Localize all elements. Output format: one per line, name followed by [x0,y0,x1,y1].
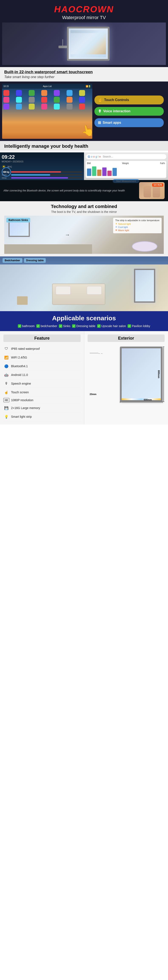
light-strip-bottom [122,398,161,400]
strip-info-title: The strip is adjustable in color tempera… [115,219,160,221]
app-icon[interactable] [67,103,72,110]
tech-subtitle: The boot is the TV, and the shutdown is … [4,210,164,213]
bedroom-section: Bedchamber Dressing table [0,256,168,311]
health-bottom: After connecting the Bluetooth device, t… [0,180,168,201]
cool-sun-icon: ✳ [115,226,117,228]
bedroom-inner [0,264,168,311]
weather-widget: ☀ 25°C [2,164,82,170]
width-dimension-line [120,401,162,403]
memory-text: 2+16G Large memory [11,406,40,410]
app-icon[interactable] [79,103,85,110]
scenario-dressing: ✓ Dressing table [72,325,96,328]
hero-image [2,22,166,65]
checkbox-bedchamber: ✓ [36,325,40,328]
stat-fill-heart [11,171,61,173]
app-icon[interactable] [16,97,22,103]
stat-bar-2: Steps [2,174,82,176]
bedroom-labels: Bedchamber Dressing table [0,256,168,264]
strip-info: The strip is adjustable in color tempera… [113,218,162,233]
height-dimension-line [163,347,164,402]
bedroom-mirror-reflection [135,270,154,301]
cool-light-label: Cool light [118,226,128,228]
check-icon-3: ✓ [60,325,61,327]
memory-icon: 💾 [3,405,10,411]
dim-line-v [163,347,164,402]
bar-2 [92,166,96,176]
checkbox-pavilion: ✓ [128,325,131,328]
feature-android: 🤖 Android 11.0 [3,371,81,379]
health-section: Intelligently manage your body health [0,141,168,151]
apps-label: Smart apps [103,121,121,125]
weight-value: 60 kg [3,171,10,173]
chart-label-weight: Weight [122,162,129,164]
app-icon[interactable] [54,90,60,96]
app-icon[interactable] [79,97,85,103]
app-icon[interactable] [3,90,10,96]
screen-status: 📶🔋 [86,85,91,88]
cool-light-option: ✳ Cool light [115,226,160,228]
builtin-tagline: Take smart living one step further [4,75,164,79]
feature-hd: HD 1080P resolution [3,397,81,404]
app-icon[interactable] [41,103,47,110]
brand-title: HAOCROWN [2,4,166,14]
app-icon[interactable] [29,103,35,110]
app-icon[interactable] [41,90,47,96]
app-icon[interactable] [16,103,22,110]
feet-image: GO RUN [139,182,165,199]
health-top: 09:22 MONDAY • 2023/03/15 ☀ 25°C Heart S… [0,153,168,180]
bed [52,283,105,305]
stat-fill-steps [11,174,50,175]
run-badge: GO RUN [152,183,163,186]
stat-bar-1: Heart [2,171,82,173]
touch-demo-section: 10:15 Apps List 📶🔋 [0,81,168,141]
scenario-pavilion: ✓ Pavilion lobby [128,325,150,328]
app-icon[interactable] [41,97,47,103]
depth-indicator: ←→ [98,352,103,355]
hand-pointer-icon: 👆 [80,123,92,138]
bar-3 [97,170,101,176]
warm-light-option: ❄ Warm light [115,229,160,232]
bar-5 [107,171,112,176]
google-search-bar[interactable]: G o o g l e Search... [86,154,166,159]
checkbox-bathroom: ✓ [18,325,21,328]
app-icon[interactable] [3,103,10,110]
bar-6 [112,168,117,176]
app-icon[interactable] [54,103,60,110]
bluetooth-text: Bluetooth4.1 [11,364,28,368]
wifi-icon: 📶 [3,355,10,360]
exterior-mirror [120,347,162,402]
touch-controls-badge: ☝ Touch Controls [94,95,164,105]
bar-1 [87,169,91,176]
bedroom-image [0,264,168,311]
feature-badges: ☝ Touch Controls 🎙 Voice interaction ⊞ S… [92,84,166,139]
depth-dim-label: 23mm [90,393,96,395]
stat-fill-sleep [11,177,68,178]
app-icon[interactable] [67,97,72,103]
app-icon[interactable] [54,97,60,103]
app-icon[interactable] [29,97,35,103]
app-icon[interactable] [16,90,22,96]
checkbox-dressing: ✓ [72,325,75,328]
feature-bluetooth: 🔵 Bluetooth4.1 [3,362,81,371]
hero-subtitle: Waterproof mirror TV [2,15,166,21]
app-icon[interactable] [67,90,72,96]
hd-text: 1080P resolution [11,398,34,402]
health-stats: Heart Steps Sleep [2,171,82,179]
checkbox-salon: ✓ [97,325,101,328]
app-icon[interactable] [3,97,10,103]
search-placeholder: Search... [103,155,113,158]
scenario-sinks-label: Sinks [63,325,70,328]
builtin-title: Built-in 22-inch waterproof smart touchs… [4,70,164,74]
check-icon-2: ✓ [37,325,39,327]
app-icon[interactable] [29,90,35,96]
scenario-bedchamber-label: bedchamber [41,325,57,328]
feature-touch: ☝ Touch screen [3,388,81,397]
health-screen-left: 09:22 MONDAY • 2023/03/15 ☀ 25°C Heart S… [0,153,84,180]
google-e: e [99,155,101,158]
chart-bars [87,165,165,176]
scenario-pavilion-label: Pavilion lobby [132,325,150,328]
bath-mirror [8,220,30,237]
lamp-cord [62,39,63,46]
feature-light-strip: 💡 Smart light strip [3,412,81,421]
app-icon[interactable] [79,90,85,96]
